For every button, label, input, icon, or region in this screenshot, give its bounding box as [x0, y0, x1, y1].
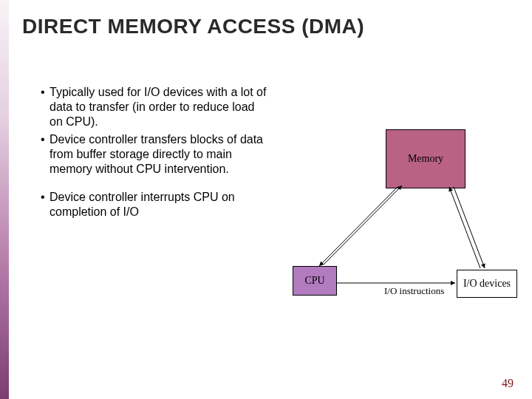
bullet-item: • Typically used for I/O devices with a … — [41, 85, 270, 129]
page-number: 49 — [502, 377, 514, 390]
io-instructions-label: I/O instructions — [384, 285, 444, 297]
memory-box: Memory — [386, 129, 466, 188]
dma-diagram: Memory CPU I/O devices I/O instructions — [287, 129, 523, 314]
svg-line-3 — [449, 187, 480, 268]
page-title: DIRECT MEMORY ACCESS (DMA) — [22, 15, 364, 38]
cpu-box: CPU — [293, 266, 337, 296]
bullet-item: • Device controller interrupts CPU on co… — [41, 190, 270, 219]
bullet-text: Device controller interrupts CPU on comp… — [50, 191, 235, 218]
svg-line-1 — [324, 185, 402, 265]
bullet-text: Device controller transfers blocks of da… — [50, 133, 263, 175]
sidebar-gradient — [0, 0, 9, 399]
bullet-text: Typically used for I/O devices with a lo… — [50, 86, 266, 128]
bullet-item: • Device controller transfers blocks of … — [41, 132, 270, 177]
bullet-dot-icon: • — [41, 190, 45, 205]
io-devices-label: I/O devices — [463, 278, 511, 290]
svg-line-0 — [319, 187, 398, 266]
memory-label: Memory — [408, 153, 443, 165]
io-devices-box: I/O devices — [457, 270, 517, 298]
bullet-dot-icon: • — [41, 85, 45, 100]
svg-line-2 — [454, 187, 485, 268]
bullet-content: • Typically used for I/O devices with a … — [41, 85, 270, 222]
bullet-dot-icon: • — [41, 132, 45, 147]
cpu-label: CPU — [304, 275, 324, 287]
